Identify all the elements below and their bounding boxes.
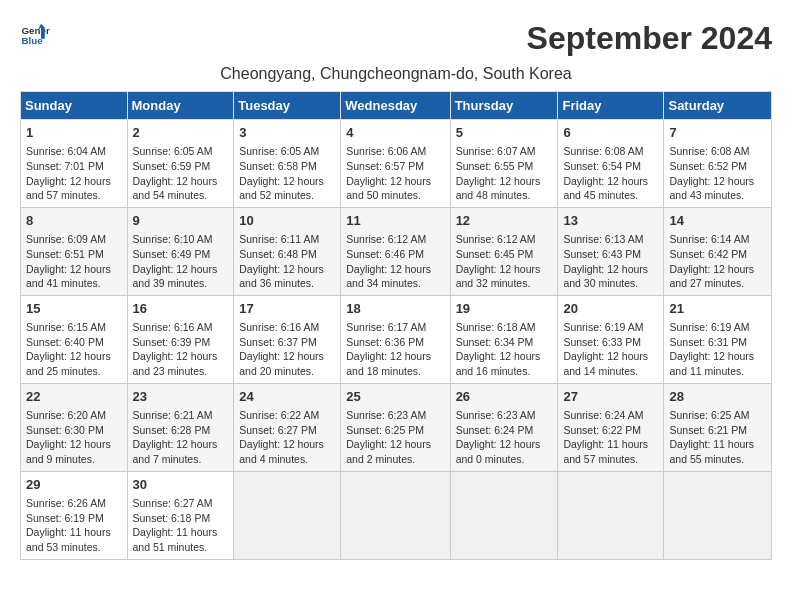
daylight-text: Daylight: 12 hours and 45 minutes. [563, 174, 658, 203]
day-number: 1 [26, 124, 122, 142]
calendar-cell: 28Sunrise: 6:25 AMSunset: 6:21 PMDayligh… [664, 383, 772, 471]
sunrise-text: Sunrise: 6:15 AM [26, 320, 122, 335]
sunrise-text: Sunrise: 6:12 AM [456, 232, 553, 247]
sunset-text: Sunset: 6:46 PM [346, 247, 444, 262]
sunrise-text: Sunrise: 6:23 AM [456, 408, 553, 423]
day-number: 18 [346, 300, 444, 318]
sunrise-text: Sunrise: 6:18 AM [456, 320, 553, 335]
day-number: 17 [239, 300, 335, 318]
calendar-table: SundayMondayTuesdayWednesdayThursdayFrid… [20, 91, 772, 560]
daylight-text: Daylight: 12 hours and 34 minutes. [346, 262, 444, 291]
sunset-text: Sunset: 6:54 PM [563, 159, 658, 174]
sunset-text: Sunset: 6:27 PM [239, 423, 335, 438]
calendar-cell: 10Sunrise: 6:11 AMSunset: 6:48 PMDayligh… [234, 207, 341, 295]
daylight-text: Daylight: 12 hours and 25 minutes. [26, 349, 122, 378]
title-section: September 2024 [527, 20, 772, 57]
calendar-cell: 13Sunrise: 6:13 AMSunset: 6:43 PMDayligh… [558, 207, 664, 295]
logo-icon: General Blue [20, 20, 50, 50]
daylight-text: Daylight: 12 hours and 41 minutes. [26, 262, 122, 291]
daylight-text: Daylight: 12 hours and 0 minutes. [456, 437, 553, 466]
calendar-cell: 19Sunrise: 6:18 AMSunset: 6:34 PMDayligh… [450, 295, 558, 383]
sunset-text: Sunset: 6:31 PM [669, 335, 766, 350]
daylight-text: Daylight: 11 hours and 55 minutes. [669, 437, 766, 466]
sunset-text: Sunset: 6:40 PM [26, 335, 122, 350]
daylight-text: Daylight: 12 hours and 39 minutes. [133, 262, 229, 291]
sunrise-text: Sunrise: 6:09 AM [26, 232, 122, 247]
calendar-cell: 6Sunrise: 6:08 AMSunset: 6:54 PMDaylight… [558, 120, 664, 208]
sunset-text: Sunset: 6:49 PM [133, 247, 229, 262]
sunset-text: Sunset: 6:51 PM [26, 247, 122, 262]
daylight-text: Daylight: 12 hours and 14 minutes. [563, 349, 658, 378]
sunset-text: Sunset: 6:57 PM [346, 159, 444, 174]
day-number: 27 [563, 388, 658, 406]
sunset-text: Sunset: 6:58 PM [239, 159, 335, 174]
day-number: 25 [346, 388, 444, 406]
daylight-text: Daylight: 11 hours and 51 minutes. [133, 525, 229, 554]
daylight-text: Daylight: 12 hours and 50 minutes. [346, 174, 444, 203]
sunrise-text: Sunrise: 6:04 AM [26, 144, 122, 159]
sunset-text: Sunset: 6:52 PM [669, 159, 766, 174]
sunset-text: Sunset: 6:55 PM [456, 159, 553, 174]
day-number: 23 [133, 388, 229, 406]
sunset-text: Sunset: 6:33 PM [563, 335, 658, 350]
daylight-text: Daylight: 12 hours and 11 minutes. [669, 349, 766, 378]
sunset-text: Sunset: 6:42 PM [669, 247, 766, 262]
daylight-text: Daylight: 12 hours and 36 minutes. [239, 262, 335, 291]
day-number: 2 [133, 124, 229, 142]
weekday-header-wednesday: Wednesday [341, 92, 450, 120]
day-number: 22 [26, 388, 122, 406]
day-number: 8 [26, 212, 122, 230]
calendar-cell: 26Sunrise: 6:23 AMSunset: 6:24 PMDayligh… [450, 383, 558, 471]
sunset-text: Sunset: 6:21 PM [669, 423, 766, 438]
calendar-cell [664, 471, 772, 559]
sunset-text: Sunset: 6:34 PM [456, 335, 553, 350]
day-number: 20 [563, 300, 658, 318]
logo: General Blue [20, 20, 54, 50]
calendar-cell: 25Sunrise: 6:23 AMSunset: 6:25 PMDayligh… [341, 383, 450, 471]
calendar-cell: 24Sunrise: 6:22 AMSunset: 6:27 PMDayligh… [234, 383, 341, 471]
day-number: 12 [456, 212, 553, 230]
calendar-cell: 30Sunrise: 6:27 AMSunset: 6:18 PMDayligh… [127, 471, 234, 559]
sunrise-text: Sunrise: 6:17 AM [346, 320, 444, 335]
svg-text:General: General [22, 25, 51, 36]
sunrise-text: Sunrise: 6:26 AM [26, 496, 122, 511]
sunrise-text: Sunrise: 6:05 AM [239, 144, 335, 159]
sunset-text: Sunset: 6:45 PM [456, 247, 553, 262]
sunset-text: Sunset: 6:19 PM [26, 511, 122, 526]
sunrise-text: Sunrise: 6:14 AM [669, 232, 766, 247]
day-number: 4 [346, 124, 444, 142]
day-number: 7 [669, 124, 766, 142]
day-number: 21 [669, 300, 766, 318]
sunrise-text: Sunrise: 6:24 AM [563, 408, 658, 423]
calendar-cell [558, 471, 664, 559]
calendar-week-row: 8Sunrise: 6:09 AMSunset: 6:51 PMDaylight… [21, 207, 772, 295]
daylight-text: Daylight: 11 hours and 57 minutes. [563, 437, 658, 466]
daylight-text: Daylight: 12 hours and 52 minutes. [239, 174, 335, 203]
calendar-cell: 18Sunrise: 6:17 AMSunset: 6:36 PMDayligh… [341, 295, 450, 383]
sunrise-text: Sunrise: 6:12 AM [346, 232, 444, 247]
sunrise-text: Sunrise: 6:10 AM [133, 232, 229, 247]
sunset-text: Sunset: 6:39 PM [133, 335, 229, 350]
calendar-cell: 29Sunrise: 6:26 AMSunset: 6:19 PMDayligh… [21, 471, 128, 559]
calendar-cell: 7Sunrise: 6:08 AMSunset: 6:52 PMDaylight… [664, 120, 772, 208]
calendar-cell: 16Sunrise: 6:16 AMSunset: 6:39 PMDayligh… [127, 295, 234, 383]
calendar-week-row: 22Sunrise: 6:20 AMSunset: 6:30 PMDayligh… [21, 383, 772, 471]
sunset-text: Sunset: 6:24 PM [456, 423, 553, 438]
day-number: 19 [456, 300, 553, 318]
sunset-text: Sunset: 6:30 PM [26, 423, 122, 438]
day-number: 24 [239, 388, 335, 406]
calendar-cell: 20Sunrise: 6:19 AMSunset: 6:33 PMDayligh… [558, 295, 664, 383]
sunrise-text: Sunrise: 6:21 AM [133, 408, 229, 423]
calendar-cell [234, 471, 341, 559]
sunrise-text: Sunrise: 6:16 AM [133, 320, 229, 335]
daylight-text: Daylight: 12 hours and 2 minutes. [346, 437, 444, 466]
weekday-header-monday: Monday [127, 92, 234, 120]
day-number: 14 [669, 212, 766, 230]
daylight-text: Daylight: 12 hours and 9 minutes. [26, 437, 122, 466]
sunrise-text: Sunrise: 6:20 AM [26, 408, 122, 423]
location-title: Cheongyang, Chungcheongnam-do, South Kor… [20, 65, 772, 83]
calendar-week-row: 29Sunrise: 6:26 AMSunset: 6:19 PMDayligh… [21, 471, 772, 559]
daylight-text: Daylight: 12 hours and 54 minutes. [133, 174, 229, 203]
sunset-text: Sunset: 6:22 PM [563, 423, 658, 438]
sunset-text: Sunset: 6:48 PM [239, 247, 335, 262]
